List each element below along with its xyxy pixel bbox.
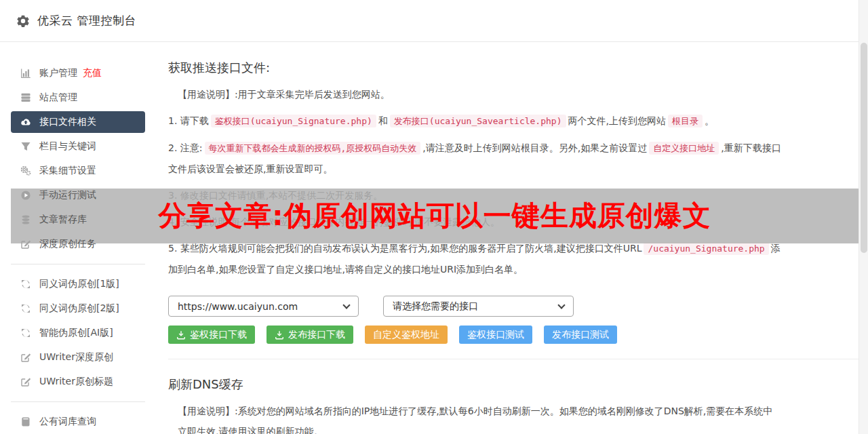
auth-code-warning-tag: 每次重新下载都会生成新的授权码,原授权码自动失效 xyxy=(205,142,421,155)
filter-icon xyxy=(20,141,31,152)
sidebar-item-columns-keywords[interactable]: 栏目与关键词 xyxy=(11,134,145,159)
sidebar-item-public-thesaurus-query[interactable]: 公有词库查询 xyxy=(11,410,145,434)
sidebar-item-label: 公有词库查询 xyxy=(39,416,96,428)
interface-select[interactable]: 请选择您需要的接口 xyxy=(383,296,574,317)
sidebar-item-ai-rewrite[interactable]: 智能伪原创[AI版] xyxy=(11,321,145,345)
selects-row: https://www.ucaiyun.com 请选择您需要的接口 xyxy=(168,296,859,317)
sidebar-item-label: 文章暂存库 xyxy=(39,214,87,226)
gears-icon xyxy=(20,165,31,176)
sidebar-item-interface-files[interactable]: 接口文件相关 xyxy=(11,111,145,133)
sidebar-item-label: 手动运行测试 xyxy=(39,189,96,201)
instruction-line-1: 1. 请下载鉴权接口(ucaiyun_Signature.php)和发布接口(u… xyxy=(168,111,782,132)
edit-icon xyxy=(20,352,31,363)
auth-interface-download-button[interactable]: 鉴权接口下载 xyxy=(168,326,255,344)
edit-icon xyxy=(20,239,31,250)
sidebar-item-collection-settings[interactable]: 采集细节设置 xyxy=(11,159,145,183)
refresh-icon xyxy=(20,303,31,314)
server-icon xyxy=(20,92,31,103)
chevron-down-icon xyxy=(557,301,565,309)
sidebar-item-label: 站点管理 xyxy=(39,92,77,104)
sidebar-item-account-management[interactable]: 账户管理 充值 xyxy=(11,61,145,85)
push-section-title: 获取推送接口文件: xyxy=(168,60,859,76)
refresh-icon xyxy=(20,328,31,338)
sidebar-item-synonym-rewrite-v2[interactable]: 同义词伪原创[2版] xyxy=(11,296,145,321)
push-usage-note: 【用途说明】:用于文章采集完毕后发送到您网站。 xyxy=(168,84,782,104)
sidebar-item-deep-original-tasks[interactable]: 深度原创任务 xyxy=(11,232,145,256)
play-circle-icon xyxy=(20,190,31,201)
sidebar-item-uwriter-original-title[interactable]: UWriter原创标题 xyxy=(11,370,145,394)
edit-icon xyxy=(20,376,31,387)
sidebar-item-uwriter-deep-original[interactable]: UWriter深度原创 xyxy=(11,345,145,370)
auth-interface-test-button[interactable]: 鉴权接口测试 xyxy=(459,326,532,344)
sidebar-item-label: 接口文件相关 xyxy=(39,116,96,128)
scrollbar-track[interactable] xyxy=(859,0,868,434)
app-title: 优采云 管理控制台 xyxy=(37,13,136,28)
section-divider xyxy=(168,359,859,359)
publish-interface-download-button[interactable]: 发布接口下载 xyxy=(267,326,353,344)
sidebar-item-synonym-rewrite-v1[interactable]: 同义词伪原创[1版] xyxy=(11,272,145,296)
interface-select-value: 请选择您需要的接口 xyxy=(393,300,478,313)
sidebar-item-label: 智能伪原创[AI版] xyxy=(39,327,113,339)
sidebar-item-site-management[interactable]: 站点管理 xyxy=(11,85,145,110)
publish-interface-filename: 发布接口(ucaiyun_Savearticle.php) xyxy=(390,115,566,127)
custom-interface-address-tag: 自定义接口地址 xyxy=(649,142,719,155)
instruction-line-2: 2. 注意:每次重新下载都会生成新的授权码,原授权码自动失效,请注意及时上传到网… xyxy=(168,138,782,179)
refresh-icon xyxy=(20,279,31,290)
sidebar-item-article-staging[interactable]: 文章暂存库 xyxy=(11,208,145,232)
sidebar-item-label: 深度原创任务 xyxy=(39,238,96,250)
recharge-badge[interactable]: 充值 xyxy=(83,67,102,79)
dns-section-title: 刷新DNS缓存 xyxy=(168,376,859,393)
gear-icon xyxy=(16,14,30,28)
buttons-row: 鉴权接口下载 发布接口下载 自定义鉴权地址 鉴权接口测试 发布接口测试 xyxy=(168,326,859,344)
domain-select-value: https://www.ucaiyun.com xyxy=(178,301,298,312)
sidebar-divider xyxy=(11,401,145,402)
app-header: 优采云 管理控制台 xyxy=(0,0,868,42)
sidebar-item-label: 采集细节设置 xyxy=(39,165,96,177)
cloud-upload-icon xyxy=(20,117,31,127)
book-icon xyxy=(20,416,31,427)
promo-banner-text: 分享文章:伪原创网站可以一键生成原创爆文 xyxy=(158,197,711,235)
sidebar-item-label: 栏目与关键词 xyxy=(39,140,96,153)
sidebar-item-label: 同义词伪原创[1版] xyxy=(39,278,119,290)
scrollbar-thumb[interactable] xyxy=(861,43,867,253)
sidebar-item-label: 同义词伪原创[2版] xyxy=(39,302,119,315)
download-icon xyxy=(275,330,284,340)
domain-select[interactable]: https://www.ucaiyun.com xyxy=(168,296,359,317)
publish-interface-test-button[interactable]: 发布接口测试 xyxy=(544,326,617,344)
dns-usage-note: 【用途说明】:系统对您的网站域名所指向的IP地址进行了缓存,默认每6小时自动刷新… xyxy=(168,401,782,434)
instruction-line-5: 5. 某些防火墙规则可能会把我们的自动发布误认为是黑客行为,如果您的服务器开启了… xyxy=(168,238,782,279)
sidebar-divider xyxy=(11,264,145,264)
sidebar: 账户管理 充值 站点管理 接口文件相关 栏目与关键词 采集细节设置 手动运行测试… xyxy=(11,43,145,434)
chevron-down-icon xyxy=(342,301,350,309)
root-dir-tag: 根目录 xyxy=(668,115,703,127)
auth-interface-filename: 鉴权接口(ucaiyun_Signature.php) xyxy=(211,115,376,127)
database-icon xyxy=(20,214,31,225)
sidebar-item-label: UWriter深度原创 xyxy=(39,351,113,363)
sidebar-item-manual-run-test[interactable]: 手动运行测试 xyxy=(11,183,145,208)
download-icon xyxy=(176,330,186,340)
signature-url-tag: /ucaiyun_Signature.php xyxy=(644,242,768,255)
sidebar-item-label: UWriter原创标题 xyxy=(39,376,113,388)
custom-auth-address-button[interactable]: 自定义鉴权地址 xyxy=(365,326,448,344)
bar-chart-icon xyxy=(20,68,31,79)
sidebar-item-label: 账户管理 xyxy=(39,67,77,79)
